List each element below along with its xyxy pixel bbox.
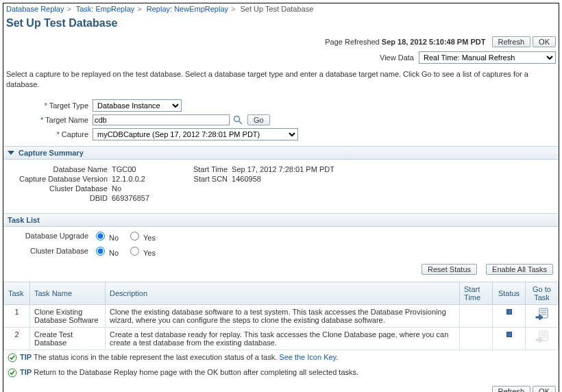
kv-value: No: [112, 184, 121, 193]
kv-value: 12.1.0.0.2: [112, 175, 145, 183]
disclosure-icon: [8, 151, 14, 155]
cluster-database-no-radio[interactable]: [96, 247, 105, 256]
col-start-time: Start Time: [460, 282, 493, 304]
kv-key: DBID: [9, 194, 112, 202]
go-button[interactable]: Go: [247, 114, 270, 125]
enable-all-tasks-button[interactable]: Enable All Tasks: [486, 264, 553, 275]
capture-select[interactable]: myCDBCapture (Sep 17, 2012 7:28:01 PM PD…: [93, 128, 298, 140]
col-task-name: Task Name: [30, 282, 106, 304]
kv-value: TGC00: [112, 165, 136, 173]
go-to-task-icon[interactable]: [535, 308, 549, 321]
database-upgrade-no-radio[interactable]: [96, 232, 105, 241]
breadcrumb-link-replay[interactable]: Replay: NewEmpReplay: [147, 5, 228, 13]
see-icon-key-link[interactable]: See the Icon Key.: [279, 353, 338, 361]
tip-text: The status icons in the table represent …: [34, 353, 277, 361]
task-desc: Create a test database ready for replay.…: [106, 327, 460, 350]
task-num: 1: [4, 304, 30, 327]
svg-line-1: [239, 121, 242, 124]
page-title: Set Up Test Database: [6, 17, 556, 29]
table-row: 2 Create Test Database Create a test dat…: [4, 327, 559, 350]
task-list-header: Task List: [3, 213, 559, 227]
kv-key: Database Name: [9, 165, 112, 173]
reset-status-button[interactable]: Reset Status: [422, 264, 477, 275]
task-name: Create Test Database: [30, 327, 106, 350]
target-type-select[interactable]: Database Instance: [93, 99, 182, 112]
capture-label: Capture: [62, 130, 88, 138]
capture-summary: Database NameTGC00 Capture Database Vers…: [3, 160, 559, 208]
task-desc: Clone the existing database software to …: [106, 304, 460, 327]
col-status: Status: [493, 282, 526, 304]
target-name-label: Target Name: [45, 116, 88, 124]
tip-label: TIP: [20, 353, 32, 361]
tip-label: TIP: [20, 368, 32, 376]
kv-key: Cluster Database: [9, 184, 112, 193]
status-icon: [506, 332, 512, 337]
cluster-database-yes-radio[interactable]: [130, 247, 139, 256]
kv-key: Start Time: [177, 165, 232, 173]
database-upgrade-yes-radio[interactable]: [130, 232, 139, 241]
page-description: Select a capture to be replayed on the t…: [3, 66, 559, 97]
search-icon[interactable]: [232, 114, 243, 125]
database-upgrade-label: Database Upgrade: [3, 232, 93, 240]
refresh-button[interactable]: Refresh: [492, 36, 531, 47]
go-to-task-icon: [535, 330, 549, 344]
ok-button[interactable]: OK: [533, 36, 556, 47]
target-name-input[interactable]: [93, 114, 230, 125]
breadcrumb: Database Replay> Task: EmpReplay> Replay…: [3, 3, 559, 14]
kv-value: 1460958: [232, 175, 261, 183]
task-table: Task Task Name Description Start Time St…: [3, 282, 559, 350]
capture-summary-header[interactable]: Capture Summary: [3, 146, 559, 160]
tip-text: Return to the Database Replay home page …: [34, 368, 358, 376]
ok-button-footer[interactable]: OK: [533, 386, 556, 392]
task-num: 2: [4, 327, 30, 350]
cluster-database-label: Cluster Database: [3, 247, 93, 255]
target-type-label: Target Type: [49, 101, 88, 110]
check-icon: [8, 368, 17, 378]
task-start-time: [460, 327, 493, 350]
view-data-select[interactable]: Real Time: Manual Refresh: [419, 51, 556, 64]
kv-value: Sep 17, 2012 7:28:01 PM PDT: [232, 165, 334, 173]
task-name: Clone Existing Database Software: [30, 304, 106, 327]
kv-key: Start SCN: [177, 175, 232, 183]
col-task: Task: [4, 282, 30, 304]
svg-point-0: [234, 116, 240, 121]
breadcrumb-sep: >: [64, 5, 73, 13]
task-status: [493, 304, 526, 327]
kv-key: Capture Database Version: [9, 175, 112, 183]
view-data-label: View Data: [380, 53, 414, 62]
kv-value: 669376857: [112, 194, 149, 202]
task-start-time: [460, 304, 493, 327]
status-icon: [506, 309, 512, 315]
col-go-to-task: Go to Task: [526, 282, 559, 304]
breadcrumb-link-database-replay[interactable]: Database Replay: [6, 5, 64, 13]
breadcrumb-sep: >: [228, 5, 238, 13]
breadcrumb-current: Set Up Test Database: [241, 5, 314, 13]
refresh-button-footer[interactable]: Refresh: [492, 386, 531, 392]
page-refreshed-time: Sep 18, 2012 5:10:48 PM PDT: [382, 38, 486, 46]
table-row: 1 Clone Existing Database Software Clone…: [4, 304, 559, 327]
check-icon: [8, 353, 17, 363]
page-refreshed-label: Page Refreshed: [325, 38, 380, 46]
breadcrumb-link-task[interactable]: Task: EmpReplay: [76, 5, 135, 13]
task-status: [493, 327, 526, 350]
breadcrumb-sep: >: [134, 5, 144, 13]
col-description: Description: [106, 282, 460, 304]
